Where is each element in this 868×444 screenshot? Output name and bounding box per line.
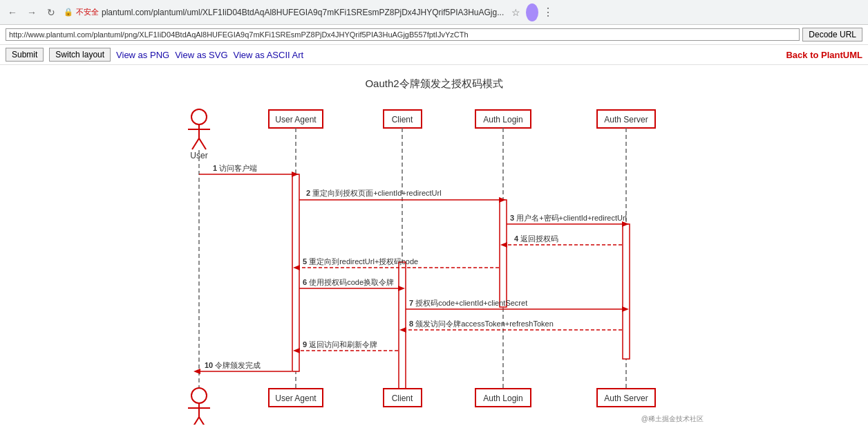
diagram-area: Oauth2令牌颁发之授权码模式 User User Agent Client … bbox=[0, 65, 868, 432]
svg-text:6 使用授权码code换取令牌: 6 使用授权码code换取令牌 bbox=[303, 278, 394, 286]
svg-line-3 bbox=[192, 138, 199, 149]
decode-url-button[interactable]: Decode URL bbox=[802, 28, 862, 41]
svg-line-4 bbox=[199, 138, 206, 149]
svg-text:User Agent: User Agent bbox=[275, 394, 317, 403]
svg-marker-51 bbox=[194, 369, 200, 374]
url-decode-input[interactable] bbox=[6, 28, 800, 41]
url-display: plantuml.com/plantuml/uml/XLF1IiD04BtdAq… bbox=[102, 8, 504, 17]
url-decode-row: Decode URL bbox=[0, 25, 868, 45]
back-to-plantuml-link[interactable]: Back to PlantUML bbox=[786, 50, 862, 60]
diagram-title: Oauth2令牌颁发之授权码模式 bbox=[365, 77, 502, 89]
svg-text:@稀土掘金技术社区: @稀土掘金技术社区 bbox=[641, 415, 704, 423]
svg-rect-21 bbox=[500, 200, 507, 307]
svg-text:1 访问客户端: 1 访问客户端 bbox=[213, 164, 257, 172]
svg-text:7 授权码code+clientId+clientSecre: 7 授权码code+clientId+clientSecret bbox=[409, 299, 527, 307]
sequence-diagram-svg: Oauth2令牌颁发之授权码模式 User User Agent Client … bbox=[158, 72, 710, 425]
svg-rect-22 bbox=[623, 224, 630, 359]
svg-text:2 重定向到授权页面+clientId+redirectUr: 2 重定向到授权页面+clientId+redirectUrl bbox=[306, 189, 442, 197]
menu-button[interactable]: ⋮ bbox=[542, 6, 554, 19]
svg-line-56 bbox=[192, 417, 199, 425]
controls-row: Submit Switch layout View as PNG View as… bbox=[0, 45, 868, 65]
profile-icon[interactable] bbox=[526, 6, 538, 19]
view-svg-link[interactable]: View as SVG bbox=[175, 50, 227, 60]
svg-text:5 重定向到redirectUrl+授权码code: 5 重定向到redirectUrl+授权码code bbox=[303, 257, 418, 266]
submit-button[interactable]: Submit bbox=[6, 48, 44, 62]
svg-text:Auth Login: Auth Login bbox=[483, 115, 522, 124]
svg-point-0 bbox=[191, 109, 207, 124]
svg-text:Auth Login: Auth Login bbox=[483, 394, 522, 403]
lock-icon: 🔒 bbox=[64, 8, 73, 17]
svg-text:Auth Server: Auth Server bbox=[604, 394, 648, 403]
svg-text:Client: Client bbox=[392, 115, 413, 124]
switch-layout-button[interactable]: Switch layout bbox=[49, 48, 111, 62]
browser-chrome: ← → ↻ 🔒 不安全 plantuml.com/plantuml/uml/XL… bbox=[0, 0, 868, 25]
svg-text:User Agent: User Agent bbox=[275, 115, 317, 124]
svg-text:3 用户名+密码+clientId+redirectUrl: 3 用户名+密码+clientId+redirectUrl bbox=[510, 214, 627, 222]
svg-rect-20 bbox=[399, 262, 406, 404]
back-button[interactable]: ← bbox=[6, 6, 19, 19]
browser-icons: ☆ ⋮ bbox=[509, 6, 554, 19]
view-ascii-link[interactable]: View as ASCII Art bbox=[234, 50, 304, 60]
svg-text:4 返回授权码: 4 返回授权码 bbox=[514, 234, 558, 243]
svg-point-53 bbox=[191, 388, 207, 403]
svg-text:10 令牌颁发完成: 10 令牌颁发完成 bbox=[205, 361, 261, 369]
bookmark-icon[interactable]: ☆ bbox=[509, 6, 522, 19]
svg-text:9 返回访问和刷新令牌: 9 返回访问和刷新令牌 bbox=[303, 340, 377, 349]
svg-text:Client: Client bbox=[392, 394, 413, 403]
security-badge: 🔒 不安全 plantuml.com/plantuml/uml/XLF1IiD0… bbox=[64, 7, 504, 17]
svg-rect-19 bbox=[292, 174, 299, 371]
view-png-link[interactable]: View as PNG bbox=[116, 50, 169, 60]
svg-text:8 颁发访问令牌accessToken+refreshTok: 8 颁发访问令牌accessToken+refreshToken bbox=[409, 320, 554, 328]
reload-button[interactable]: ↻ bbox=[44, 6, 58, 19]
svg-line-57 bbox=[199, 417, 206, 425]
svg-text:Auth Server: Auth Server bbox=[604, 115, 648, 124]
forward-button[interactable]: → bbox=[25, 6, 39, 19]
